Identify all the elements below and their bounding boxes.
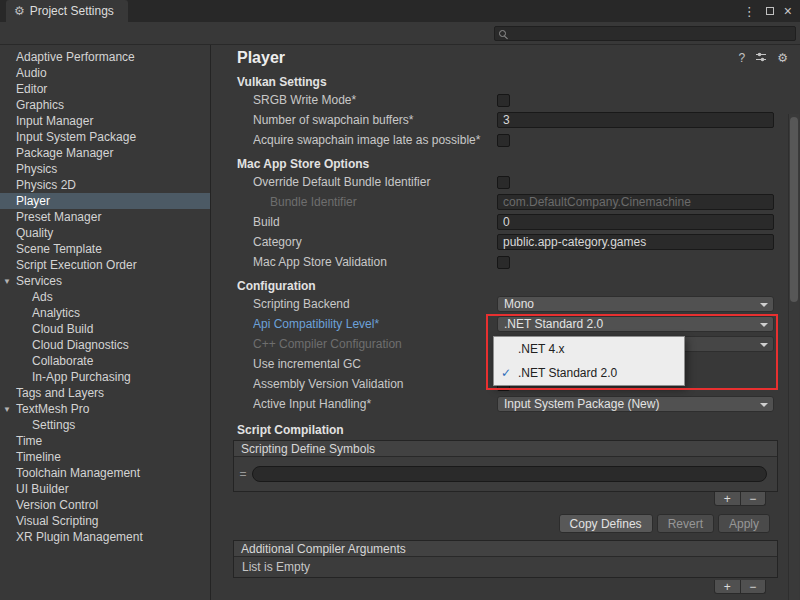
row-srgb-write-mode: SRGB Write Mode* [212,90,800,110]
vertical-scrollbar[interactable] [788,114,799,600]
presets-icon[interactable] [755,51,767,65]
sidebar-item-cloud-diagnostics[interactable]: Cloud Diagnostics [0,337,210,353]
sidebar-item-visual-scripting[interactable]: Visual Scripting [0,513,210,529]
sidebar-item-package-manager[interactable]: Package Manager [0,145,210,161]
sidebar-item-ads[interactable]: Ads [0,289,210,305]
additional-compiler-arguments-header: Additional Compiler Arguments [234,541,777,557]
section-script-compilation: Script Compilation [212,420,800,438]
window-menu-icon[interactable]: ⋮ [743,4,756,19]
sidebar-item-input-system-package[interactable]: Input System Package [0,129,210,145]
sidebar-item-script-execution-order[interactable]: Script Execution Order [0,257,210,273]
row-build: Build [212,212,800,232]
row-api-compatibility: Api Compatibility Level* .NET Standard 2… [212,314,800,334]
row-override-bundle-id: Override Default Bundle Identifier [212,172,800,192]
active-input-handling-value: Input System Package (New) [504,397,659,411]
scripting-backend-dropdown[interactable]: Mono [497,296,774,312]
build-input[interactable] [497,214,774,230]
swapchain-buffers-label: Number of swapchain buffers* [253,113,497,127]
sidebar-item-xr-plugin-management[interactable]: XR Plugin Management [0,529,210,545]
title-bar: ⚙ Project Settings ⋮ × [0,0,800,22]
sidebar-item-tags-and-layers[interactable]: Tags and Layers [0,385,210,401]
check-icon: ✓ [494,366,518,380]
scripting-backend-label: Scripting Backend [253,297,497,311]
sidebar-item-timeline[interactable]: Timeline [0,449,210,465]
drag-handle-icon[interactable]: = [234,467,252,481]
override-bundle-id-checkbox[interactable] [497,176,510,189]
foldout-open-icon[interactable]: ▼ [3,402,11,418]
row-swapchain-buffers: Number of swapchain buffers* [212,110,800,130]
mac-validation-label: Mac App Store Validation [253,255,497,269]
gear-icon: ⚙ [14,0,25,22]
close-icon[interactable]: × [784,4,792,18]
popup-item-net-standard-20[interactable]: ✓ .NET Standard 2.0 [494,361,684,385]
sidebar-item-graphics[interactable]: Graphics [0,97,210,113]
active-input-handling-label: Active Input Handling* [253,397,497,411]
player-settings-panel: Player ? ⚙ Vulkan Settings SRGB Write Mo… [212,45,800,600]
sidebar-item-ui-builder[interactable]: UI Builder [0,481,210,497]
bundle-identifier-label: Bundle Identifier [270,195,497,209]
scripting-define-symbols-box: Scripting Define Symbols = [233,440,778,492]
settings-sidebar: Adaptive Performance Audio Editor Graphi… [0,45,211,600]
sidebar-item-cloud-build[interactable]: Cloud Build [0,321,210,337]
mac-validation-checkbox[interactable] [497,256,510,269]
sidebar-item-time[interactable]: Time [0,433,210,449]
api-compatibility-label: Api Compatibility Level* [253,317,497,331]
sidebar-item-collaborate[interactable]: Collaborate [0,353,210,369]
add-argument-button[interactable]: + [715,580,740,593]
sidebar-item-quality[interactable]: Quality [0,225,210,241]
sidebar-item-services[interactable]: ▼ Services [0,273,210,289]
copy-defines-button[interactable]: Copy Defines [559,514,653,533]
srgb-write-mode-checkbox[interactable] [497,94,510,107]
maximize-icon[interactable] [766,7,774,15]
chevron-down-icon [760,323,768,327]
assembly-validation-label: Assembly Version Validation [253,377,497,391]
swapchain-buffers-input[interactable] [497,112,774,128]
sidebar-item-version-control[interactable]: Version Control [0,497,210,513]
row-bundle-identifier: Bundle Identifier [212,192,800,212]
sidebar-item-physics[interactable]: Physics [0,161,210,177]
sidebar-item-adaptive-performance[interactable]: Adaptive Performance [0,49,210,65]
tab-project-settings[interactable]: ⚙ Project Settings [6,0,128,22]
sidebar-item-analytics[interactable]: Analytics [0,305,210,321]
project-settings-window: ⚙ Project Settings ⋮ × Adaptive Performa… [0,0,800,600]
sidebar-item-preset-manager[interactable]: Preset Manager [0,209,210,225]
args-list-footer: + − [212,580,800,596]
help-icon[interactable]: ? [739,52,746,64]
api-compatibility-dropdown[interactable]: .NET Standard 2.0 [497,316,774,332]
additional-compiler-arguments-box: Additional Compiler Arguments List is Em… [233,540,778,578]
panel-header: Player ? ⚙ [212,45,800,70]
gear-icon[interactable]: ⚙ [777,52,788,64]
chevron-down-icon [760,303,768,307]
sidebar-item-scene-template[interactable]: Scene Template [0,241,210,257]
foldout-open-icon[interactable]: ▼ [3,274,11,290]
popup-item-net4x[interactable]: .NET 4.x [494,337,684,361]
sidebar-item-textmesh-pro[interactable]: ▼ TextMesh Pro [0,401,210,417]
category-input[interactable] [497,234,774,250]
page-title: Player [212,49,739,67]
sidebar-item-audio[interactable]: Audio [0,65,210,81]
sidebar-item-input-manager[interactable]: Input Manager [0,113,210,129]
remove-argument-button[interactable]: − [740,580,766,593]
sidebar-item-toolchain-management[interactable]: Toolchain Management [0,465,210,481]
sidebar-item-editor[interactable]: Editor [0,81,210,97]
remove-define-button[interactable]: − [740,492,766,505]
api-compatibility-value: .NET Standard 2.0 [504,317,603,331]
cpp-compiler-label: C++ Compiler Configuration [253,337,497,351]
scripting-define-symbols-header: Scripting Define Symbols [234,441,777,457]
define-symbol-input[interactable] [252,466,767,482]
sidebar-item-player[interactable]: Player [0,193,210,209]
search-box[interactable] [494,26,796,41]
sidebar-item-textmesh-settings[interactable]: Settings [0,417,210,433]
scrollbar-thumb[interactable] [790,117,798,302]
tab-title: Project Settings [30,4,114,18]
add-define-button[interactable]: + [715,492,740,505]
sidebar-item-in-app-purchasing[interactable]: In-App Purchasing [0,369,210,385]
row-active-input-handling: Active Input Handling* Input System Pack… [212,394,800,414]
srgb-write-mode-label: SRGB Write Mode* [253,93,497,107]
sidebar-item-physics-2d[interactable]: Physics 2D [0,177,210,193]
acquire-swapchain-checkbox[interactable] [497,134,510,147]
search-input[interactable] [510,27,795,40]
scripting-backend-value: Mono [504,297,534,311]
active-input-handling-dropdown[interactable]: Input System Package (New) [497,396,774,412]
category-label: Category [253,235,497,249]
